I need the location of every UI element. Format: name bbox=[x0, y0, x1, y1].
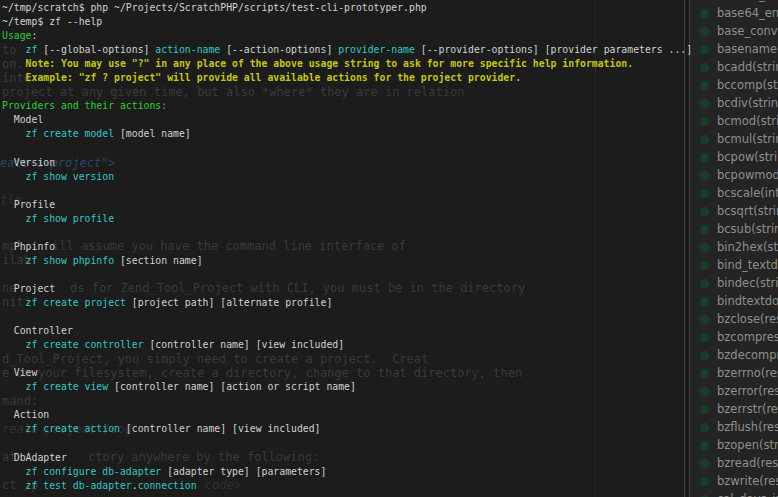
function-label: base64_dec bbox=[717, 0, 778, 2]
terminal-line: View bbox=[2, 366, 692, 380]
terminal-line bbox=[2, 226, 692, 240]
function-label: bzclose(resou bbox=[717, 312, 778, 326]
function-list-item[interactable]: bindtextdoma bbox=[690, 292, 778, 310]
function-label: bcmul(string bbox=[717, 132, 778, 146]
function-dot-icon bbox=[699, 80, 710, 91]
terminal-text-segment bbox=[2, 466, 26, 477]
function-list-item[interactable]: bcdiv(string bbox=[690, 94, 778, 112]
terminal-text-segment: Usage bbox=[2, 30, 32, 41]
function-list-item[interactable]: bcpowmod(st bbox=[690, 166, 778, 184]
function-list-item[interactable]: bzerror(resou bbox=[690, 382, 778, 400]
terminal-text-segment: Note: You may use "?" in any place of th… bbox=[2, 58, 633, 69]
function-list-item[interactable]: bcadd(string bbox=[690, 58, 778, 76]
function-list-item[interactable]: bcscale(int $s bbox=[690, 184, 778, 202]
function-label: base64_encod bbox=[717, 6, 778, 20]
function-list-item[interactable]: bzerrstr(resou bbox=[690, 400, 778, 418]
terminal-text-segment: [controller name] [view included] bbox=[120, 423, 321, 434]
terminal-line: zf test db-adapter.connection bbox=[2, 479, 692, 493]
function-dot-icon bbox=[699, 476, 710, 487]
function-list-item[interactable]: bcmul(string bbox=[690, 130, 778, 148]
function-list-item[interactable]: bzread(resou bbox=[690, 454, 778, 472]
function-list-item[interactable]: cal_days_in_m bbox=[690, 490, 778, 497]
function-list-item[interactable]: bcsub(string bbox=[690, 220, 778, 238]
function-list-item[interactable]: bccomp(strin bbox=[690, 76, 778, 94]
terminal-text-segment: zf create model bbox=[26, 128, 114, 139]
php-functions-panel: base64_decbase64_encodbase_convertbasena… bbox=[690, 0, 778, 497]
terminal-line: ~/temp$ zf --help bbox=[2, 15, 692, 29]
terminal-line: zf create project [project path] [altern… bbox=[2, 296, 692, 310]
function-dot-icon bbox=[699, 98, 710, 109]
function-list-item[interactable]: bindec(string bbox=[690, 274, 778, 292]
function-list-item[interactable]: bin2hex(strin bbox=[690, 238, 778, 256]
terminal-text-segment: [section name] bbox=[114, 255, 202, 266]
function-list-item[interactable]: bcmod(string bbox=[690, 112, 778, 130]
function-dot-icon bbox=[699, 386, 710, 397]
terminal-line: Action bbox=[2, 408, 692, 422]
terminal-text-segment: [adapter type] [parameters] bbox=[161, 466, 326, 477]
terminal-line: Providers and their actions: bbox=[2, 99, 692, 113]
function-list-item[interactable]: bzdecompres bbox=[690, 346, 778, 364]
function-list-item[interactable]: base64_encod bbox=[690, 4, 778, 22]
terminal-text-segment: Phpinfo bbox=[2, 241, 55, 252]
function-label: bzflush(resou bbox=[717, 420, 778, 434]
terminal-text-segment: [controller name] [view included] bbox=[144, 339, 345, 350]
terminal-text-segment: View bbox=[2, 367, 37, 378]
terminal-text-segment: Project bbox=[2, 283, 55, 294]
function-dot-icon bbox=[699, 152, 710, 163]
terminal-text-segment bbox=[2, 297, 26, 308]
function-list-item[interactable]: bzopen(string bbox=[690, 436, 778, 454]
terminal-line bbox=[2, 141, 692, 155]
function-label: base_convert bbox=[717, 24, 778, 38]
terminal-text-segment: zf show profile bbox=[26, 213, 114, 224]
function-dot-icon bbox=[699, 278, 710, 289]
terminal-text-segment bbox=[2, 255, 26, 266]
function-label: bcdiv(string bbox=[717, 96, 778, 110]
function-dot-icon bbox=[699, 332, 710, 343]
terminal-text-segment: [--provider-options] [provider parameter… bbox=[415, 44, 692, 55]
terminal-text-segment: Model bbox=[2, 114, 43, 125]
function-list-item[interactable]: bzcompress(s bbox=[690, 328, 778, 346]
terminal-text-segment: zf create project bbox=[26, 297, 126, 308]
function-list-item[interactable]: bcpow(string bbox=[690, 148, 778, 166]
function-label: bcpowmod(st bbox=[717, 168, 778, 182]
terminal-line: zf create view [controller name] [action… bbox=[2, 380, 692, 394]
function-list-item[interactable]: basename(stri bbox=[690, 40, 778, 58]
terminal-line: Usage: bbox=[2, 29, 692, 43]
function-label: bzerrstr(resou bbox=[717, 402, 778, 416]
terminal-text-segment: connection bbox=[138, 480, 197, 491]
function-list-item[interactable]: bzwrite(resou bbox=[690, 472, 778, 490]
function-dot-icon bbox=[699, 26, 710, 37]
terminal-text-segment: DbAdapter bbox=[2, 452, 67, 463]
terminal-output[interactable]: ~/tmp/scratch$ php ~/Projects/ScratchPHP… bbox=[2, 1, 692, 493]
function-label: bzcompress(s bbox=[717, 330, 778, 344]
terminal-text-segment: [controller name] [action or script name… bbox=[108, 381, 356, 392]
terminal-line bbox=[2, 394, 692, 408]
function-dot-icon bbox=[699, 350, 710, 361]
function-dot-icon bbox=[699, 422, 710, 433]
function-list-item[interactable]: bind_textdom bbox=[690, 256, 778, 274]
terminal-line: Profile bbox=[2, 198, 692, 212]
terminal-text-segment: Controller bbox=[2, 325, 73, 336]
function-list-item[interactable]: bzclose(resou bbox=[690, 310, 778, 328]
function-dot-icon bbox=[699, 458, 710, 469]
terminal-text-segment bbox=[2, 423, 26, 434]
terminal-line: zf create action [controller name] [view… bbox=[2, 422, 692, 436]
terminal-line: zf create controller [controller name] [… bbox=[2, 338, 692, 352]
function-dot-icon bbox=[699, 440, 710, 451]
terminal-text-segment bbox=[2, 128, 26, 139]
function-dot-icon bbox=[699, 404, 710, 415]
terminal-line: Controller bbox=[2, 324, 692, 338]
function-list-item[interactable]: bzerrno(resou bbox=[690, 364, 778, 382]
terminal-line bbox=[2, 436, 692, 450]
function-dot-icon bbox=[699, 44, 710, 55]
terminal-line bbox=[2, 268, 692, 282]
terminal-text-segment: action-name bbox=[155, 44, 220, 55]
function-list-item[interactable]: base_convert bbox=[690, 22, 778, 40]
terminal-line: zf show profile bbox=[2, 212, 692, 226]
terminal-text-segment: ~/tmp/scratch$ php ~/Projects/ScratchPHP… bbox=[2, 2, 427, 13]
function-list-item[interactable]: bcsqrt(string bbox=[690, 202, 778, 220]
function-list-item[interactable]: bzflush(resou bbox=[690, 418, 778, 436]
terminal-text-segment: zf show phpinfo bbox=[26, 255, 114, 266]
terminal-text-segment bbox=[2, 44, 26, 55]
function-dot-icon bbox=[699, 0, 710, 1]
